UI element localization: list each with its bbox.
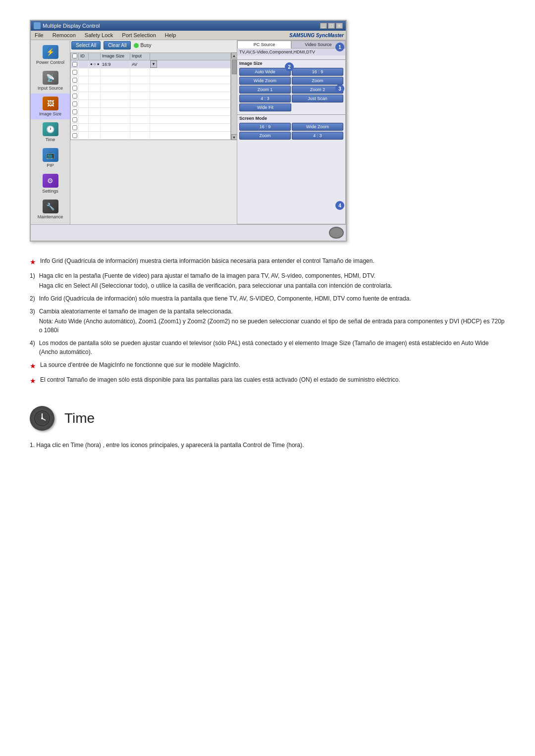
- note-star-2: ★ La source d'entrée de MagicInfo ne fon…: [30, 360, 505, 371]
- star-icon-2: ★: [30, 361, 36, 371]
- screen-mode-label: Screen Mode: [239, 116, 267, 121]
- sidebar-item-power[interactable]: ⚡ Power Control: [31, 42, 70, 68]
- sidebar-item-time[interactable]: 🕐 Time: [31, 119, 70, 145]
- note-star-3-text: El control Tamaño de imagen sólo está di…: [40, 375, 505, 386]
- image-size-buttons: Auto Wide 16 : 9 Wide Zoom Zoom Zoom 1 Z…: [237, 67, 345, 103]
- vertical-scrollbar[interactable]: ▲ ▼: [231, 52, 237, 140]
- svg-point-4: [41, 417, 43, 419]
- sidebar: ⚡ Power Control 📡 Input Source 🖼 Image S…: [31, 40, 70, 224]
- clear-all-button[interactable]: Clear All: [104, 41, 131, 50]
- header-input: Input: [130, 53, 150, 60]
- table-row: [71, 76, 230, 84]
- select-all-checkbox[interactable]: [72, 53, 77, 58]
- badge-3: 3: [335, 84, 344, 93]
- sidebar-item-maintenance[interactable]: 🔧 Maintenance: [31, 197, 70, 222]
- table-row: [71, 116, 230, 124]
- note-4: 4) Los modos de pantalla sólo se pueden …: [30, 339, 505, 356]
- note-star-1: ★ Info Grid (Quadrícula de información) …: [30, 256, 505, 267]
- imagesize-icon: 🖼: [43, 97, 58, 110]
- busy-label: Busy: [140, 43, 151, 48]
- sidebar-item-settings[interactable]: ⚙ Settings: [31, 171, 70, 197]
- menu-safety-lock[interactable]: Safety Lock: [83, 32, 115, 39]
- bottom-panel: [31, 224, 346, 241]
- badge-1: 1: [335, 43, 344, 51]
- star-icon-1: ★: [30, 257, 36, 267]
- note-1: 1) Haga clic en la pestaña (Fuente de ví…: [30, 271, 505, 290]
- star-icon-3: ★: [30, 376, 36, 386]
- time-title: Time: [64, 410, 95, 426]
- table-row: [71, 132, 230, 140]
- table-row: [71, 100, 230, 108]
- btn-screen-16-9[interactable]: 16 : 9: [239, 123, 291, 131]
- btn-screen-zoom[interactable]: Zoom: [239, 132, 291, 140]
- sidebar-label-input: Input Source: [38, 86, 63, 91]
- menu-file[interactable]: File: [33, 32, 46, 39]
- dropdown-arrow[interactable]: ▼: [150, 60, 157, 68]
- btn-wide-fit[interactable]: Wide Fit: [239, 103, 291, 111]
- title-bar-controls[interactable]: _ □ ×: [320, 23, 343, 29]
- scroll-up-button[interactable]: ▲: [231, 52, 237, 58]
- apply-button[interactable]: [329, 227, 344, 239]
- note-1-content: Haga clic en la pestaña (Fuente de vídeo…: [39, 271, 505, 290]
- badge-4: 4: [335, 201, 344, 210]
- table-row: [71, 108, 230, 116]
- btn-just-scan[interactable]: Just Scan: [292, 95, 343, 102]
- note-3-subtext: Nota: Auto Wide (Ancho automático), Zoom…: [39, 317, 505, 335]
- note-4-text: Los modos de pantalla sólo se pueden aju…: [39, 339, 505, 356]
- maintenance-icon: 🔧: [43, 200, 58, 213]
- note-3: 3) Cambia aleatoriamente el tamaño de im…: [30, 307, 505, 335]
- table-row: [71, 84, 230, 92]
- data-grid-container: ID Image Size Input ●: [70, 52, 237, 140]
- title-bar: Multiple Display Control _ □ ×: [31, 21, 346, 31]
- busy-indicator: Busy: [134, 43, 151, 48]
- scroll-thumb[interactable]: [232, 59, 237, 74]
- btn-auto-wide[interactable]: Auto Wide: [239, 68, 291, 76]
- scroll-down-button[interactable]: ▼: [231, 134, 237, 140]
- menu-port-selection[interactable]: Port Selection: [120, 32, 158, 39]
- window-screenshot: Multiple Display Control _ □ × File Remo…: [30, 20, 347, 242]
- btn-wide-zoom[interactable]: Wide Zoom: [239, 77, 291, 85]
- time-note-item: 1. Haga clic en Time (hora) , entre los …: [30, 441, 505, 450]
- note-number-2: 2): [30, 294, 35, 303]
- sidebar-item-pip[interactable]: 📺 PIP: [31, 145, 70, 171]
- maximize-button[interactable]: □: [328, 23, 335, 29]
- sidebar-label-time: Time: [46, 137, 55, 142]
- minimize-button[interactable]: _: [320, 23, 327, 29]
- btn-zoom[interactable]: Zoom: [292, 77, 343, 85]
- source-info-text: TV,AV,S-Video,Component,HDMI,DTV: [237, 49, 345, 55]
- menu-help[interactable]: Help: [163, 32, 178, 39]
- notes-section: ★ Info Grid (Quadrícula de información) …: [30, 256, 505, 386]
- clock-svg: [33, 409, 51, 427]
- select-all-button[interactable]: Select All: [71, 41, 101, 50]
- btn-4-3[interactable]: 4 : 3: [239, 95, 291, 102]
- note-star-1-text: Info Grid (Quadrícula de información) mu…: [40, 256, 505, 267]
- menu-bar: File Remocon Safety Lock Port Selection …: [31, 31, 346, 40]
- table-row: [71, 124, 230, 132]
- close-button[interactable]: ×: [336, 23, 343, 29]
- btn-screen-4-3[interactable]: 4 : 3: [292, 132, 343, 140]
- window-icon: [34, 22, 41, 29]
- menu-remocon[interactable]: Remocon: [51, 32, 78, 39]
- tab-pc-source[interactable]: PC Source: [237, 41, 291, 49]
- sidebar-item-imagesize[interactable]: 🖼 Image Size: [31, 94, 70, 119]
- note-number-1: 1): [30, 271, 35, 290]
- note-3-content: Cambia aleatoriamente el tamaño de image…: [39, 307, 505, 335]
- input-icon: 📡: [43, 71, 58, 85]
- note-star-3: ★ El control Tamaño de imagen sólo está …: [30, 375, 505, 386]
- sidebar-label-maintenance: Maintenance: [38, 214, 63, 219]
- note-2-text: Info Grid (Quadrícula de información) só…: [39, 294, 505, 303]
- row-checkbox-0[interactable]: [72, 62, 77, 67]
- note-star-2-text: La source d'entrée de MagicInfo ne fonct…: [40, 360, 505, 371]
- sidebar-item-input[interactable]: 📡 Input Source: [31, 68, 70, 94]
- btn-zoom1[interactable]: Zoom 1: [239, 86, 291, 94]
- time-icon-sidebar: 🕐: [43, 122, 58, 136]
- sidebar-label-imagesize: Image Size: [39, 111, 61, 116]
- note-3-text: Cambia aleatoriamente el tamaño de image…: [39, 307, 505, 316]
- grid-header-row: ID Image Size Input: [71, 53, 230, 60]
- settings-icon: ⚙: [43, 174, 58, 188]
- table-row: [71, 68, 230, 76]
- main-area: ⚡ Power Control 📡 Input Source 🖼 Image S…: [31, 40, 346, 224]
- btn-screen-wide-zoom[interactable]: Wide Zoom: [292, 123, 343, 131]
- btn-16-9[interactable]: 16 : 9: [292, 68, 343, 76]
- power-icon: ⚡: [43, 45, 58, 59]
